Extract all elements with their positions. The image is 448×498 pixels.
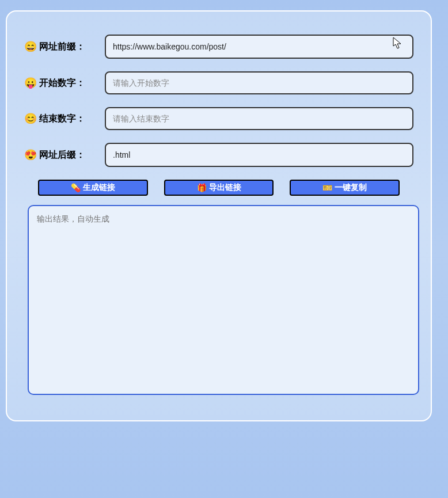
label-end-text: 结束数字：	[39, 113, 85, 125]
url-prefix-input[interactable]	[105, 35, 413, 59]
row-start: 😛 开始数字：	[24, 71, 413, 94]
output-textarea[interactable]	[28, 205, 419, 395]
start-number-input[interactable]	[105, 71, 413, 94]
row-end: 😊 结束数字：	[24, 107, 413, 130]
pill-icon: 💊	[71, 183, 81, 192]
label-suffix-text: 网址后缀：	[39, 149, 85, 161]
tongue-icon: 😛	[24, 77, 37, 89]
main-panel: 😄 网址前缀： 😛 开始数字： 😊 结束数字： 😍 网址后缀： 💊 生成链接	[6, 10, 432, 421]
gift-icon: 🎁	[197, 183, 207, 192]
label-prefix-text: 网址前缀：	[39, 41, 85, 53]
copy-button[interactable]: 🎫 一键复制	[290, 180, 400, 196]
end-number-input[interactable]	[105, 107, 413, 130]
label-suffix: 😍 网址后缀：	[24, 149, 105, 161]
row-suffix: 😍 网址后缀：	[24, 143, 413, 167]
label-end: 😊 结束数字：	[24, 112, 105, 125]
generate-button-label: 生成链接	[83, 183, 115, 193]
ticket-icon: 🎫	[322, 183, 332, 192]
label-prefix: 😄 网址前缀：	[24, 40, 105, 53]
row-prefix: 😄 网址前缀：	[24, 35, 413, 59]
url-suffix-input[interactable]	[105, 143, 413, 167]
button-row: 💊 生成链接 🎁 导出链接 🎫 一键复制	[38, 180, 400, 196]
label-start: 😛 开始数字：	[24, 77, 105, 89]
blush-icon: 😊	[24, 112, 37, 125]
copy-button-label: 一键复制	[335, 183, 367, 193]
hearteyes-icon: 😍	[24, 149, 37, 161]
generate-button[interactable]: 💊 生成链接	[38, 180, 148, 196]
label-start-text: 开始数字：	[39, 77, 85, 89]
export-button[interactable]: 🎁 导出链接	[164, 180, 274, 196]
export-button-label: 导出链接	[209, 183, 241, 193]
smile-icon: 😄	[24, 40, 37, 53]
